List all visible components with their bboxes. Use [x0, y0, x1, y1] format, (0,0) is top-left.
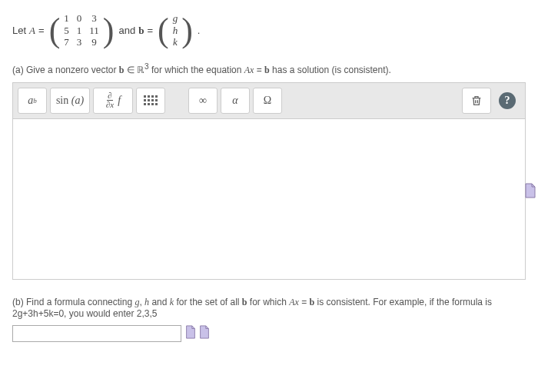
- help-button[interactable]: ?: [494, 88, 520, 114]
- and-text: and: [118, 23, 135, 38]
- clear-button[interactable]: [462, 88, 491, 114]
- let-text: Let: [12, 23, 26, 38]
- lparen2-icon: (: [158, 15, 169, 46]
- page-icon-1[interactable]: [184, 325, 197, 341]
- grid-icon: [144, 95, 158, 105]
- trig-button[interactable]: sin (a): [50, 88, 90, 114]
- omega-button[interactable]: Ω: [253, 88, 282, 114]
- equals-1: =: [38, 23, 45, 38]
- part-b-text: (b) Find a formula connecting g, h and k…: [12, 297, 526, 319]
- period: .: [198, 23, 201, 38]
- problem-statement: Let A = ( 103 5111 739 ) and b = ( g h k…: [12, 12, 526, 48]
- trash-icon: [470, 95, 483, 107]
- editor-toolbar: ab sin (a) ∂ ∂x f ∞ α Ω ?: [12, 82, 526, 118]
- formula-input[interactable]: [12, 325, 181, 342]
- part-a-text: (a) Give a nonzero vector b ∈ ℝ3 for whi…: [12, 62, 526, 76]
- matrix-A: ( 103 5111 739 ): [49, 12, 115, 48]
- matrix-b-body: g h k: [169, 12, 182, 48]
- page-icon-2[interactable]: [198, 325, 211, 341]
- rparen-icon: ): [103, 15, 115, 46]
- page-attach-icon[interactable]: [524, 183, 536, 198]
- infinity-button[interactable]: ∞: [188, 88, 218, 114]
- grid-button[interactable]: [136, 88, 165, 114]
- A-symbol: A: [29, 23, 35, 38]
- answer-editor[interactable]: [12, 118, 526, 280]
- part-b-input-row: [12, 325, 526, 342]
- rparen2-icon: ): [181, 15, 193, 46]
- b-symbol: b: [138, 23, 144, 38]
- derivative-button[interactable]: ∂ ∂x f: [93, 88, 133, 114]
- superscript-button[interactable]: ab: [18, 88, 47, 114]
- alpha-button[interactable]: α: [221, 88, 250, 114]
- help-icon: ?: [499, 92, 516, 109]
- matrix-A-body: 103 5111 739: [60, 12, 103, 48]
- matrix-b: ( g h k ): [158, 12, 193, 48]
- equals-2: =: [147, 23, 153, 38]
- lparen-icon: (: [49, 15, 61, 46]
